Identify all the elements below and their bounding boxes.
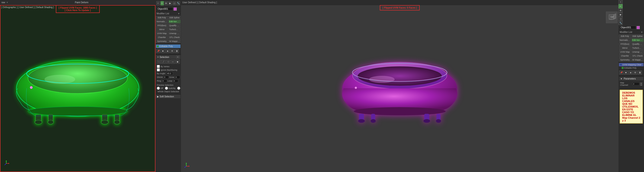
mod-uvw-map[interactable]: UVW Map: [156, 31, 168, 35]
right-make-unique-icon[interactable]: ◈: [628, 70, 633, 75]
rmod-normalize-spline[interactable]: Normalize Spline: [619, 38, 631, 42]
rmod-uvw-map[interactable]: UVW Map: [619, 50, 631, 54]
element-sel-icon[interactable]: ◼: [176, 60, 180, 64]
stack-editable-poly[interactable]: Editable Poly: [156, 44, 180, 48]
right-display-icon[interactable]: ◻: [618, 17, 623, 21]
preview-multi-radio[interactable]: [177, 87, 180, 90]
right-pin-icon[interactable]: 📌: [619, 70, 623, 75]
rmod-stl-check[interactable]: STL Check: [632, 54, 644, 58]
rmod-edit-spline[interactable]: Edit Spline: [632, 34, 644, 38]
loop-field[interactable]: [173, 79, 178, 83]
mod-edit-spline[interactable]: Edit Spline: [168, 16, 181, 19]
mod-quadify[interactable]: Quadify Mesh: [168, 24, 181, 27]
map-channel-spinner[interactable]: ▲ ▼: [640, 82, 642, 86]
right-stack-uvw-mapping[interactable]: UVW Mapping Clear: [619, 63, 644, 66]
modify-icon[interactable]: ✏: [160, 1, 164, 5]
right-hierarchy-icon[interactable]: ⊕: [618, 8, 623, 12]
selection-close-btn[interactable]: ×: [176, 56, 179, 58]
display-icon[interactable]: ◻: [172, 1, 176, 5]
hierarchy-icon[interactable]: ⊕: [164, 1, 168, 5]
svg-marker-18: [8, 163, 9, 164]
rmod-w-mapping[interactable]: W Mapping Ch: [632, 58, 644, 62]
rmod-edit-poly[interactable]: Edit Poly: [619, 34, 631, 38]
ignore-backfacing-checkbox[interactable]: [157, 68, 160, 71]
border-sel-icon[interactable]: ⬡: [166, 60, 170, 64]
pin-icon[interactable]: 📌: [156, 49, 160, 53]
spinner-up[interactable]: ▲: [640, 82, 642, 84]
rmod-chamfer[interactable]: Chamfer: [619, 54, 631, 58]
mod-ffd[interactable]: FFD(box): [156, 24, 168, 27]
by-vertex-checkbox[interactable]: [157, 65, 160, 68]
by-angle-field[interactable]: [166, 72, 173, 75]
polygon-sel-icon[interactable]: ▭: [171, 60, 175, 64]
selection-header[interactable]: ▼ Selection ×: [156, 55, 180, 59]
ring-field[interactable]: [162, 79, 167, 83]
selection-arrow: ▼: [157, 56, 159, 58]
map-channel-field[interactable]: [632, 82, 639, 86]
shrink-field[interactable]: [164, 76, 169, 79]
motion-icon[interactable]: ▶: [169, 1, 172, 5]
right-stack-dot-2: [622, 67, 624, 69]
mod-chamfer[interactable]: Chamfer: [156, 35, 168, 39]
right-stack-editable-poly[interactable]: Editable Poly: [619, 66, 644, 70]
right-object-color-box[interactable]: [636, 26, 640, 29]
rmod-mirror[interactable]: Mirror: [619, 46, 631, 50]
object-color-box[interactable]: [174, 7, 177, 11]
modifier-list-label: Modifier List ▼: [156, 11, 181, 15]
show-end-result-icon[interactable]: ■: [161, 49, 165, 53]
selection-icons-row: ⬛ ╱ ⬡ ▭ ◼: [156, 59, 180, 64]
object-name-field[interactable]: [156, 7, 173, 11]
make-unique-icon[interactable]: ◈: [166, 49, 170, 53]
create-icon[interactable]: +: [156, 1, 160, 5]
rmod-unwrap-uvw[interactable]: Unwrap UVW: [632, 50, 644, 54]
edge-sel-icon[interactable]: ╱: [161, 60, 166, 64]
left-viewport[interactable]: [0, 5, 156, 172]
svg-point-24: [354, 107, 446, 115]
right-motion-icon[interactable]: ▶: [618, 12, 623, 17]
right-viewport[interactable]: User Defined ] [ Default Shading ] [ Fli…: [181, 0, 618, 172]
preview-label: Preview Selection: [157, 84, 180, 86]
rmod-ffd[interactable]: FFD(box): [619, 42, 631, 46]
mod-stl-check[interactable]: STL Check: [168, 35, 181, 39]
configure-icon[interactable]: ⚙: [170, 49, 174, 53]
right-modify-icon[interactable]: ✏: [618, 4, 623, 8]
right-utils-icon[interactable]: 🔧: [618, 21, 623, 25]
svg-point-33: [369, 76, 394, 83]
preview-row: Off SubObj Multi: [157, 87, 180, 90]
right-create-icon[interactable]: +: [618, 0, 623, 4]
preview-off-radio[interactable]: [157, 87, 160, 90]
soft-selection-header[interactable]: ▶ Soft Selection: [156, 95, 180, 98]
right-end-result-icon[interactable]: ■: [624, 70, 628, 75]
left-flipped-warning[interactable]: [ Flipped UVW Faces: 1880 Faces ] [ Clic…: [56, 5, 100, 13]
svg-point-8: [35, 120, 42, 124]
spinner-down[interactable]: ▼: [640, 84, 642, 86]
rmod-turbosmooth[interactable]: TurboSmooth: [632, 46, 644, 50]
mod-symmetry[interactable]: Symmetry: [156, 39, 168, 43]
right-object-name-field[interactable]: [620, 26, 636, 29]
params-header: ▼ Parameters: [619, 77, 643, 80]
right-topbar-label: User Defined ] [ Default Shading ]: [182, 1, 217, 4]
utilities-icon[interactable]: 🔧: [177, 1, 180, 5]
mod-edit-normals[interactable]: Edit Normals: [168, 20, 181, 23]
right-config-icon[interactable]: ⚙: [633, 70, 637, 75]
svg-line-17: [5, 164, 6, 165]
rmod-quadify[interactable]: Quadify Mesh: [632, 42, 644, 46]
right-trash-icon[interactable]: 🗑: [638, 70, 642, 75]
mod-normalize-spline[interactable]: Normalize Spline: [156, 20, 168, 23]
mod-mirror[interactable]: Mirror: [156, 27, 168, 31]
mod-edit-poly[interactable]: Edit Poly: [156, 16, 168, 19]
rmod-edit-normals[interactable]: Edit Normals: [632, 38, 644, 42]
right-viewport-bg: TOP: [181, 5, 618, 172]
right-flipped-warning[interactable]: [ Flipped UVW Faces: 0 Faces ]: [380, 5, 420, 10]
mod-turbosmooth[interactable]: TurboSmooth: [168, 27, 181, 31]
map-channel-row: Map Channel: ▲ ▼: [619, 81, 643, 87]
mod-unwrap-uvw[interactable]: Unwrap UVW: [168, 31, 181, 35]
trash-icon[interactable]: 🗑: [175, 49, 179, 53]
nav-cube-right[interactable]: TOP: [606, 11, 618, 23]
mod-w-mapping[interactable]: W Mapping Ch: [168, 39, 181, 43]
grow-field[interactable]: [175, 76, 180, 79]
rmod-symmetry[interactable]: Symmetry: [619, 58, 631, 62]
soft-selection-section: ▶ Soft Selection: [156, 94, 181, 99]
vertex-sel-icon[interactable]: ⬛: [156, 60, 161, 64]
preview-subobj-radio[interactable]: [165, 87, 168, 90]
